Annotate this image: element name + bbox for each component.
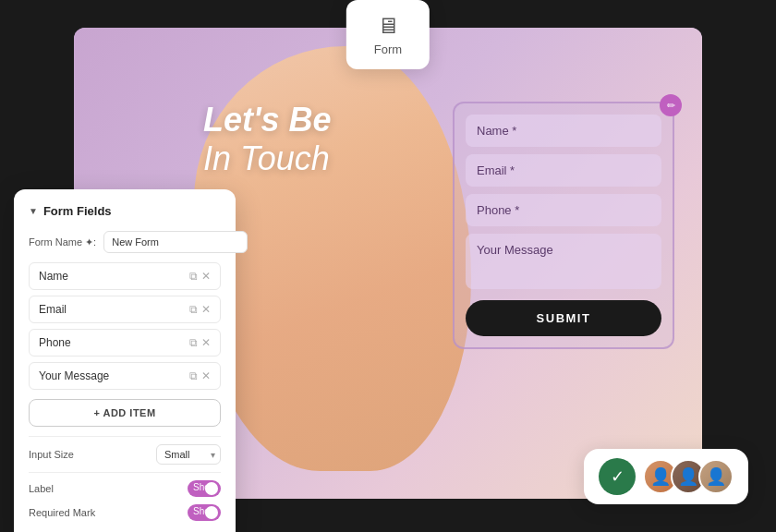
form-icon: 🖥 bbox=[374, 13, 402, 39]
avatar-group-card: ✓ 👤 👤 👤 bbox=[584, 449, 748, 504]
remove-icon[interactable]: ✕ bbox=[201, 303, 211, 316]
input-size-row: Input Size Small Medium Large bbox=[29, 444, 221, 465]
label-toggle-row: Label Show bbox=[29, 480, 221, 497]
required-mark-toggle[interactable]: Show bbox=[188, 504, 221, 521]
pencil-icon: ✏ bbox=[667, 100, 675, 112]
field-icons-email: ⧉ ✕ bbox=[189, 303, 211, 316]
form-fields-panel: ▼ Form Fields Form Name ✦: Name ⧉ ✕ Emai… bbox=[14, 189, 236, 532]
name-field[interactable]: Name * bbox=[466, 115, 661, 147]
add-item-button[interactable]: + ADD ITEM bbox=[29, 399, 221, 427]
check-icon: ✓ bbox=[611, 466, 624, 487]
field-row-phone: Phone ⧉ ✕ bbox=[29, 329, 221, 357]
submit-button[interactable]: SUBMIT bbox=[466, 300, 661, 336]
duplicate-icon[interactable]: ⧉ bbox=[189, 270, 198, 283]
input-size-select[interactable]: Small Medium Large bbox=[156, 444, 221, 465]
collapse-arrow-icon[interactable]: ▼ bbox=[29, 206, 38, 216]
form-tooltip-label: Form bbox=[374, 42, 402, 56]
duplicate-icon[interactable]: ⧉ bbox=[189, 369, 198, 382]
label-setting-label: Label bbox=[29, 483, 54, 494]
field-icons-phone: ⧉ ✕ bbox=[189, 336, 211, 349]
form-name-row: Form Name ✦: bbox=[29, 231, 221, 253]
field-icons-message: ⧉ ✕ bbox=[189, 369, 211, 382]
remove-icon[interactable]: ✕ bbox=[201, 369, 211, 382]
duplicate-icon[interactable]: ⧉ bbox=[189, 336, 198, 349]
form-name-label: Form Name ✦: bbox=[29, 236, 96, 248]
avatar-3: 👤 bbox=[698, 459, 734, 494]
label-toggle[interactable]: Show bbox=[188, 480, 221, 497]
phone-field[interactable]: Phone * bbox=[466, 194, 661, 226]
edit-form-button[interactable]: ✏ bbox=[660, 94, 682, 116]
hero-line2: In Touch bbox=[203, 139, 332, 178]
remove-icon[interactable]: ✕ bbox=[201, 336, 211, 349]
label-toggle-text: Show bbox=[193, 483, 216, 492]
hero-line1: Let's Be bbox=[203, 102, 332, 139]
message-field[interactable]: Your Message bbox=[466, 234, 661, 289]
field-row-message: Your Message ⧉ ✕ bbox=[29, 362, 221, 390]
form-tooltip-card: 🖥 Form bbox=[346, 0, 430, 69]
panel-header: ▼ Form Fields bbox=[29, 204, 221, 218]
contact-form-panel: ✏ Name * Email * Phone * Your Message SU… bbox=[453, 102, 674, 349]
check-circle: ✓ bbox=[599, 458, 636, 495]
required-mark-row: Required Mark Show bbox=[29, 504, 221, 521]
field-label-phone: Phone bbox=[39, 336, 189, 349]
panel-title: Form Fields bbox=[43, 204, 112, 218]
field-icons-name: ⧉ ✕ bbox=[189, 270, 211, 283]
email-field[interactable]: Email * bbox=[466, 154, 661, 187]
divider2 bbox=[29, 472, 221, 473]
field-label-message: Your Message bbox=[39, 369, 189, 382]
form-name-input[interactable] bbox=[103, 231, 248, 253]
field-label-name: Name bbox=[39, 270, 189, 283]
hero-text: Let's Be In Touch bbox=[203, 102, 332, 178]
field-row-name: Name ⧉ ✕ bbox=[29, 262, 221, 290]
field-row-email: Email ⧉ ✕ bbox=[29, 296, 221, 323]
field-label-email: Email bbox=[39, 303, 189, 316]
input-size-label: Input Size bbox=[29, 449, 74, 460]
divider bbox=[29, 436, 221, 437]
required-mark-toggle-text: Show bbox=[193, 507, 216, 516]
duplicate-icon[interactable]: ⧉ bbox=[189, 303, 198, 316]
required-mark-label: Required Mark bbox=[29, 507, 95, 518]
remove-icon[interactable]: ✕ bbox=[201, 270, 211, 283]
input-size-select-wrapper: Small Medium Large bbox=[156, 444, 221, 465]
avatar-face-3: 👤 bbox=[700, 461, 732, 492]
avatar-group: 👤 👤 👤 bbox=[643, 459, 734, 494]
